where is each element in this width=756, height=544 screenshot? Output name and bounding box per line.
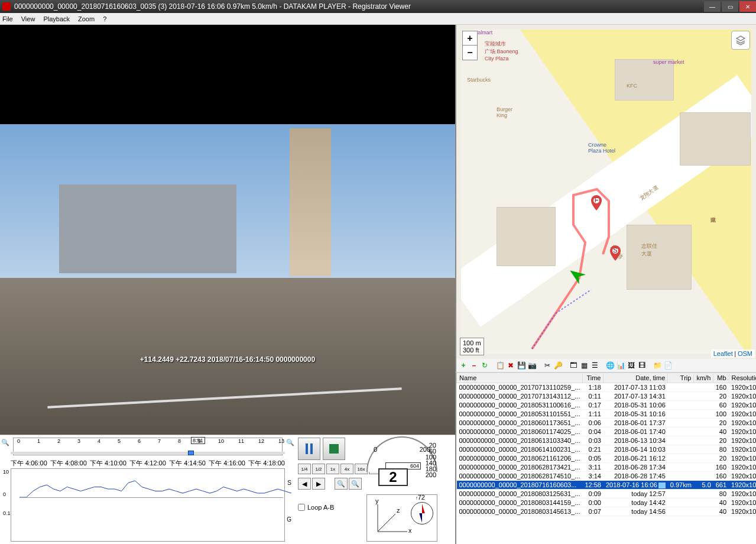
col-trip[interactable]: Trip xyxy=(668,373,694,383)
snapshot-button[interactable]: 📷 xyxy=(527,361,537,370)
pause-button[interactable] xyxy=(298,438,320,460)
file-row[interactable]: 0000000000_00000_20180613103340_...0:032… xyxy=(457,436,757,445)
tile-button[interactable]: ▦ xyxy=(579,361,589,370)
video-viewport[interactable]: +114.2449 +22.7243 2018/07/16-16:14:50 0… xyxy=(0,25,455,435)
cell-kmh xyxy=(694,507,713,516)
zoom-in-button[interactable]: 🔍 xyxy=(335,478,348,490)
list-button[interactable]: ☰ xyxy=(590,361,599,370)
ruler-tick: 10 xyxy=(218,438,224,444)
col-datetime[interactable]: Date, time xyxy=(603,373,668,383)
chart-button[interactable]: 📊 xyxy=(616,361,625,370)
file-row[interactable]: 0000000000_00000_20180803145613_...0:07t… xyxy=(457,507,757,516)
cell-mb: 20 xyxy=(713,419,729,428)
cell-datetime: 2018-06-13 10:34 xyxy=(603,436,668,445)
image-button[interactable]: 🖼 xyxy=(627,361,636,370)
prev-frame-button[interactable]: ◀ xyxy=(298,478,311,490)
file-row[interactable]: 0000000000_00000_20180531101551_...1:112… xyxy=(457,410,757,419)
cell-mb: 40 xyxy=(713,498,729,507)
menu-view[interactable]: View xyxy=(21,15,35,22)
cell-time: 0:00 xyxy=(582,498,603,507)
loop-ab-checkbox[interactable] xyxy=(298,504,305,511)
cell-time: 3:11 xyxy=(582,463,603,472)
cell-datetime: today 14:56 xyxy=(603,507,668,516)
cell-kmh xyxy=(694,401,713,410)
delete-button[interactable]: ✖ xyxy=(506,361,515,370)
window-titlebar: 0000000000_00000_20180716160603_0035 (3)… xyxy=(0,0,756,13)
timeline-zoom-out-icon[interactable]: 🔍 xyxy=(1,439,9,446)
map-canvas[interactable]: Walmart 宝能城市 广场 Baoneng City Plaza Starb… xyxy=(461,30,751,354)
cell-mb: 20 xyxy=(713,436,729,445)
file-row[interactable]: 0000000000_00000_20180531100616_...0:172… xyxy=(457,401,757,410)
cell-mb: 20 xyxy=(713,454,729,463)
chart-y-tick: 0 xyxy=(3,491,6,497)
doc-button[interactable]: 📄 xyxy=(663,361,673,370)
cell-time: 0:21 xyxy=(582,445,603,454)
map-zoom-out-button[interactable]: − xyxy=(463,46,477,60)
file-row[interactable]: 0000000000_00000_20180628174510_...3:142… xyxy=(457,472,757,481)
speed-4x-button[interactable]: 4x xyxy=(340,464,353,474)
cell-time: 3:14 xyxy=(582,472,603,481)
save-button[interactable]: 💾 xyxy=(517,361,526,370)
poi-baoneng: 宝能城市 广场 Baoneng City Plaza xyxy=(485,40,518,61)
folder-button[interactable]: 📁 xyxy=(653,361,662,370)
col-kmh[interactable]: km/h xyxy=(694,373,713,383)
col-mb[interactable]: Mb xyxy=(713,373,729,383)
speed-16x-button[interactable]: 16x xyxy=(355,464,368,474)
map-layers-button[interactable] xyxy=(731,31,750,50)
menu-zoom[interactable]: Zoom xyxy=(78,15,95,22)
film-button[interactable]: 🎞 xyxy=(637,361,647,370)
next-frame-button[interactable]: ▶ xyxy=(312,478,325,490)
speed-1x-button[interactable]: 1x xyxy=(326,464,339,474)
file-row[interactable]: 0000000000_00000_20180716160603...12:582… xyxy=(457,481,757,490)
file-row[interactable]: 0000000000_00000_20180601174025_...0:042… xyxy=(457,428,757,436)
file-row[interactable]: 0000000000_00000_20180628173421_...3:112… xyxy=(457,463,757,472)
timeline-slider-track[interactable] xyxy=(11,452,285,454)
file-row[interactable]: 0000000000_00000_20180601173651_...0:062… xyxy=(457,419,757,428)
leaflet-link[interactable]: Leaflet xyxy=(713,350,733,357)
col-name[interactable]: Name xyxy=(457,373,583,383)
menu-file[interactable]: File xyxy=(2,15,13,22)
copy-button[interactable]: 📋 xyxy=(495,361,505,370)
close-button[interactable]: ✕ xyxy=(739,1,756,12)
map-panel[interactable]: Walmart 宝能城市 广场 Baoneng City Plaza Starb… xyxy=(455,25,756,359)
svg-line-4 xyxy=(378,514,395,532)
menu-playback[interactable]: Playback xyxy=(43,15,70,22)
speed-1/4-button[interactable]: 1/4 xyxy=(298,464,311,474)
cell-mb: 160 xyxy=(713,383,729,392)
col-time[interactable]: Time xyxy=(582,373,603,383)
menu-help[interactable]: ? xyxy=(103,15,106,22)
file-row[interactable]: 0000000000_00000_20170713110259_...1:182… xyxy=(457,383,757,392)
cell-trip xyxy=(668,410,694,419)
cut-button[interactable]: ✂ xyxy=(543,361,552,370)
chart-label-g: G xyxy=(287,516,291,523)
timeline-slider-thumb[interactable] xyxy=(188,451,194,455)
map-zoom-in-button[interactable]: + xyxy=(463,31,477,46)
speed-1/2-button[interactable]: 1/2 xyxy=(312,464,325,474)
cell-res: 1920x1080 xyxy=(729,392,756,401)
minimize-button[interactable]: — xyxy=(704,1,721,12)
maximize-button[interactable]: ▭ xyxy=(722,1,738,12)
cell-mb: 661 xyxy=(713,481,729,490)
file-row[interactable]: 0000000000_00000_20180803144159_...0:00t… xyxy=(457,498,757,507)
cell-trip xyxy=(668,472,694,481)
window-button[interactable]: 🗔 xyxy=(569,361,578,370)
timeline-zoom-in-icon[interactable]: 🔍 xyxy=(286,439,294,446)
stop-button[interactable] xyxy=(323,438,345,460)
svg-text:y: y xyxy=(375,500,379,504)
zoom-out-button[interactable]: 🔍 xyxy=(349,478,362,490)
file-row[interactable]: 0000000000_00000_20170713143112_...0:112… xyxy=(457,392,757,401)
key-button[interactable]: 🔑 xyxy=(553,361,563,370)
globe-button[interactable]: 🌐 xyxy=(605,361,615,370)
file-row[interactable]: 0000000000_00000_20180803125631_...0:09t… xyxy=(457,490,757,498)
cell-name: 0000000000_00000_20180621161206_... xyxy=(457,454,583,463)
add-button[interactable]: + xyxy=(459,361,468,370)
col-res[interactable]: Resolution xyxy=(729,373,756,383)
file-row[interactable]: 0000000000_00000_20180614100231_...0:212… xyxy=(457,445,757,454)
file-row[interactable]: 0000000000_00000_20180621161206_...0:052… xyxy=(457,454,757,463)
remove-button[interactable]: – xyxy=(469,361,479,370)
cell-time: 12:58 xyxy=(582,481,603,490)
poi-starbucks: Starbucks xyxy=(467,77,491,83)
osm-link[interactable]: OSM xyxy=(738,350,752,357)
speedo-min: 0 xyxy=(374,446,377,453)
refresh-button[interactable]: ↻ xyxy=(480,361,489,370)
